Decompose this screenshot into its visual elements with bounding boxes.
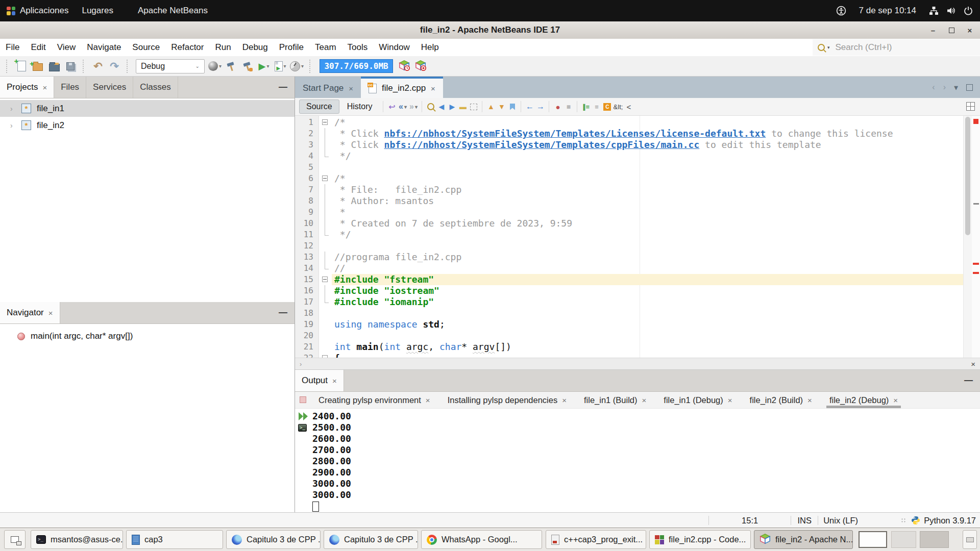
close-icon[interactable]: × xyxy=(807,396,812,405)
menu-item-run[interactable]: Run xyxy=(209,39,236,56)
expand-chevron-icon[interactable]: › xyxy=(10,121,16,130)
error-stripe-mark[interactable] xyxy=(973,119,978,124)
scrollbar-thumb[interactable] xyxy=(965,117,970,235)
error-stripe-mark[interactable] xyxy=(973,272,979,274)
code-fold-column[interactable] xyxy=(320,116,332,358)
workspace-2[interactable] xyxy=(891,531,916,548)
close-icon[interactable]: × xyxy=(971,360,975,368)
record-macro-button[interactable]: ● xyxy=(552,101,563,113)
source-view-button[interactable]: Source xyxy=(299,99,339,114)
find-selection-button[interactable] xyxy=(425,101,436,113)
menu-item-navigate[interactable]: Navigate xyxy=(81,39,127,56)
last-edit-button[interactable]: ↩ xyxy=(386,101,397,113)
goto-header-button[interactable]: C xyxy=(602,101,612,113)
close-button[interactable]: × xyxy=(966,26,974,35)
scroll-tabs-right-icon[interactable]: › xyxy=(943,83,946,92)
insert-mode[interactable]: INS xyxy=(791,516,818,525)
fold-collapse-icon[interactable] xyxy=(322,176,328,181)
menu-item-profile[interactable]: Profile xyxy=(274,39,309,56)
minimize-button[interactable]: – xyxy=(929,26,937,35)
close-icon[interactable]: × xyxy=(48,309,53,317)
rerun-icon[interactable] xyxy=(299,412,309,420)
python-runtime[interactable]: Python 3.9.17 xyxy=(911,516,976,525)
menu-item-window[interactable]: Window xyxy=(373,39,415,56)
history-view-button[interactable]: History xyxy=(340,100,379,113)
power-icon[interactable] xyxy=(964,6,973,15)
clock[interactable]: 7 de sep 10:14 xyxy=(859,6,916,16)
places-menu[interactable]: Lugares xyxy=(75,0,119,21)
show-desktop-button[interactable] xyxy=(963,530,977,549)
tree-item-file_in2[interactable]: ›*file_in2 xyxy=(0,117,295,134)
open-project-button[interactable] xyxy=(47,59,61,74)
output-tab-installing-pylsp-dependencies[interactable]: Installing pylsp dependencies× xyxy=(448,392,567,408)
panel-tab-files[interactable]: Files xyxy=(54,77,86,98)
comment-button[interactable]: ∥≡ xyxy=(580,101,591,113)
stop-macro-button[interactable]: ■ xyxy=(563,101,574,113)
menu-item-help[interactable]: Help xyxy=(415,39,445,56)
pause-io-button[interactable] xyxy=(398,59,411,74)
output-tab-file-in1-debug-[interactable]: file_in1 (Debug)× xyxy=(664,392,732,408)
navigator-item[interactable]: main(int argc, char* argv[]) xyxy=(0,329,295,344)
new-project-button[interactable] xyxy=(31,59,44,74)
lt-char-button[interactable]: < xyxy=(623,101,634,113)
clean-build-button[interactable] xyxy=(241,59,254,74)
applications-menu[interactable]: Aplicaciones xyxy=(0,0,75,21)
minimize-panel-button[interactable]: — xyxy=(964,370,973,391)
search-box[interactable]: ▾ xyxy=(813,39,980,56)
expand-icon[interactable]: › xyxy=(300,360,302,368)
close-icon[interactable]: × xyxy=(332,377,337,385)
close-icon[interactable]: × xyxy=(642,396,647,405)
minimize-panel-button[interactable]: — xyxy=(279,302,287,323)
minimize-panel-button[interactable]: — xyxy=(279,77,287,98)
window-list-button[interactable] xyxy=(4,530,26,549)
memory-indicator[interactable]: 307.7/669.0MB xyxy=(320,59,393,73)
shift-right-button[interactable]: → xyxy=(535,101,546,113)
window-title-bar[interactable]: file_in2 - Apache NetBeans IDE 17 – × xyxy=(0,21,980,39)
close-icon[interactable]: × xyxy=(562,396,567,405)
menu-item-file[interactable]: File xyxy=(0,39,25,56)
editor-vertical-scrollbar[interactable] xyxy=(963,116,972,358)
build-project-button[interactable] xyxy=(225,59,238,74)
close-icon[interactable]: × xyxy=(426,396,430,405)
close-icon[interactable]: × xyxy=(893,396,898,405)
menu-item-view[interactable]: View xyxy=(52,39,82,56)
maximize-editor-icon[interactable] xyxy=(966,84,973,91)
forward-button[interactable]: »▾ xyxy=(408,101,419,113)
taskbar-button-3[interactable]: Capitulo 3 de CPP ... xyxy=(324,530,418,549)
fold-collapse-icon[interactable] xyxy=(322,119,328,125)
output-tab-creating-pylsp-environment[interactable]: Creating pylsp environment× xyxy=(318,392,430,408)
output-tab-file-in2-build-[interactable]: file_in2 (Build)× xyxy=(750,392,812,408)
panel-tab-services[interactable]: Services xyxy=(86,77,133,98)
volume-icon[interactable] xyxy=(946,6,956,15)
fold-collapse-icon[interactable] xyxy=(322,277,328,282)
close-icon[interactable]: × xyxy=(728,396,732,405)
terminal-icon[interactable]: >_ xyxy=(298,424,307,432)
fold-collapse-icon[interactable] xyxy=(322,355,328,358)
save-all-button[interactable] xyxy=(64,59,77,74)
code-editor[interactable]: 12345678910111213141516171819202122 /* *… xyxy=(295,116,980,358)
accessibility-icon[interactable] xyxy=(836,6,846,16)
find-previous-button[interactable]: ◀ xyxy=(436,101,447,113)
editor-tab-start-page[interactable]: Start Page× xyxy=(295,77,361,98)
workspace-3[interactable] xyxy=(920,531,949,548)
redo-button[interactable]: ↷ xyxy=(108,59,121,74)
expand-chevron-icon[interactable]: › xyxy=(10,105,16,113)
error-stripe[interactable] xyxy=(972,116,980,358)
panel-tab-navigator[interactable]: Navigator× xyxy=(0,302,60,323)
caret-position-mark[interactable] xyxy=(973,203,979,205)
panel-tab-output[interactable]: Output× xyxy=(295,370,344,391)
workspace-1[interactable] xyxy=(859,531,887,548)
uncomment-button[interactable]: ≡ xyxy=(591,101,602,113)
previous-bookmark-button[interactable]: ▲ xyxy=(485,101,496,113)
menu-item-source[interactable]: Source xyxy=(127,39,165,56)
profile-project-button[interactable]: ▾ xyxy=(290,59,304,74)
tree-item-file_in1[interactable]: ›*file_in1 xyxy=(0,100,295,117)
search-input[interactable] xyxy=(835,42,964,53)
stop-io-button[interactable] xyxy=(414,59,427,74)
next-bookmark-button[interactable]: ▼ xyxy=(496,101,507,113)
menu-item-tools[interactable]: Tools xyxy=(342,39,374,56)
build-all-button[interactable]: ▾ xyxy=(208,59,222,74)
back-button[interactable]: «▾ xyxy=(397,101,408,113)
taskbar-button-1[interactable]: cap3 xyxy=(126,530,223,549)
lt-entity-button[interactable]: &lt; xyxy=(612,101,623,113)
